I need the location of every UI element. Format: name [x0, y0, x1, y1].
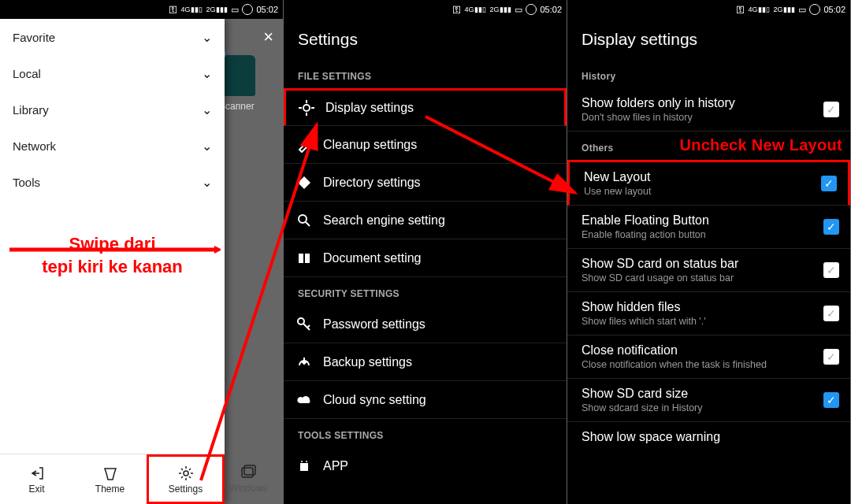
item-label: Display settings: [325, 101, 552, 115]
chevron-down-icon: ⌄: [202, 66, 212, 81]
row-subtitle: Don't show files in history: [582, 112, 816, 123]
row-title: Show SD card size: [582, 387, 816, 401]
clock: 05:02: [256, 5, 278, 14]
checkbox[interactable]: ✓: [823, 219, 839, 235]
key-icon: [296, 317, 312, 332]
wifi-icon: ⚿: [169, 5, 177, 14]
bottom-label: Windows: [229, 483, 268, 494]
windows-icon: [240, 464, 257, 481]
checkbox[interactable]: ✓: [823, 392, 839, 408]
drawer-item-label: Library: [13, 103, 49, 117]
search-engine-item[interactable]: Search engine setting: [284, 202, 567, 239]
drawer-item-label: Favorite: [13, 31, 55, 44]
bottom-label: Settings: [169, 484, 203, 495]
drawer-bottom-bar: Exit Theme Settings: [0, 454, 225, 504]
cleanup-settings-item[interactable]: Cleanup settings: [284, 126, 567, 164]
search-icon: [296, 213, 312, 228]
checkbox[interactable]: ✓: [821, 176, 837, 191]
document-setting-item[interactable]: Document setting: [284, 239, 567, 277]
new-layout-row[interactable]: New Layout Use new layout ✓: [567, 160, 850, 206]
drawer-item-network[interactable]: Network ⌄: [0, 128, 225, 164]
history-folders-row[interactable]: Show folders only in history Don't show …: [567, 88, 850, 132]
svg-point-7: [298, 318, 304, 324]
drawer-item-label: Tools: [13, 176, 40, 189]
close-notification-row[interactable]: Close notification Close notification wh…: [567, 335, 850, 379]
svg-rect-8: [300, 463, 308, 471]
item-label: Cloud sync setting: [323, 393, 554, 407]
low-space-row[interactable]: Show low space warning: [567, 422, 850, 452]
gear-icon: [299, 100, 314, 116]
swipe-annotation-text: Swipe dari tepi kiri ke kanan: [8, 233, 217, 278]
svg-point-2: [184, 471, 188, 476]
cloud-sync-item[interactable]: Cloud sync setting: [284, 381, 567, 419]
hidden-files-row[interactable]: Show hidden files Show files which start…: [567, 292, 850, 335]
exit-button[interactable]: Exit: [0, 454, 73, 504]
backup-icon: [296, 354, 312, 370]
display-settings-item[interactable]: Display settings: [284, 88, 567, 126]
drawer-item-label: Local: [13, 67, 41, 80]
row-title: Show hidden files: [582, 300, 816, 314]
chevron-down-icon: ⌄: [202, 175, 212, 190]
section-header: Others Uncheck New Layout: [567, 132, 850, 160]
row-subtitle: Show sdcard size in History: [582, 402, 816, 413]
checkbox[interactable]: ✓: [823, 306, 839, 321]
svg-rect-4: [244, 465, 255, 475]
sd-statusbar-row[interactable]: Show SD card on status bar Show SD card …: [567, 249, 850, 292]
status-bar: ⚿ 4G▮▮▯ 2G▮▮▮ ▭ 05:02: [284, 0, 567, 19]
drawer-item-label: Network: [13, 139, 56, 153]
wifi-icon: ⚿: [452, 5, 461, 14]
directory-icon: [296, 175, 312, 191]
phone-2: ⚿ 4G▮▮▯ 2G▮▮▮ ▭ 05:02 Settings FILE SETT…: [284, 0, 567, 504]
phone-1: ⚿ 4G▮▮▯ 2G▮▮▮ ▭ 05:02 × airdroid AutoInp…: [0, 0, 284, 504]
bottom-label: Exit: [28, 484, 44, 495]
page-title: Display settings: [567, 19, 850, 60]
drawer-item-tools[interactable]: Tools ⌄: [0, 164, 225, 200]
signal-2g: 2G▮▮▮: [206, 6, 228, 13]
item-label: Backup settings: [323, 355, 554, 369]
drawer-item-favorite[interactable]: Favorite ⌄: [0, 19, 225, 55]
windows-button[interactable]: Windows: [225, 454, 272, 504]
floating-button-row[interactable]: Enable Floating Button Enable floating a…: [567, 206, 850, 249]
backup-settings-item[interactable]: Backup settings: [284, 343, 567, 381]
drawer-item-local[interactable]: Local ⌄: [0, 55, 225, 91]
app-item[interactable]: APP: [284, 447, 567, 485]
password-settings-item[interactable]: Password settings: [284, 306, 567, 343]
checkbox[interactable]: ✓: [823, 102, 839, 117]
broom-icon: [296, 137, 312, 153]
section-header: History: [567, 60, 850, 88]
bottom-label: Theme: [95, 484, 124, 495]
theme-icon: [102, 465, 119, 482]
row-title: Enable Floating Button: [582, 213, 816, 228]
sd-size-row[interactable]: Show SD card size Show sdcard size in Hi…: [567, 379, 850, 422]
drawer-item-library[interactable]: Library ⌄: [0, 91, 225, 128]
item-label: Cleanup settings: [323, 138, 554, 152]
svg-point-6: [299, 215, 307, 223]
book-icon: [296, 250, 312, 266]
row-title: Show SD card on status bar: [582, 257, 816, 271]
checkbox[interactable]: ✓: [823, 349, 839, 365]
section-header: SECURITY SETTINGS: [284, 277, 567, 306]
item-label: Search engine setting: [323, 213, 554, 228]
row-title: Show folders only in history: [582, 96, 816, 110]
signal-4g: 4G▮▮▯: [180, 6, 203, 13]
settings-button[interactable]: Settings: [147, 454, 225, 504]
cloud-icon: [296, 392, 312, 408]
row-subtitle: Show files which start with '.': [582, 316, 816, 327]
item-label: Directory settings: [323, 176, 554, 190]
directory-settings-item[interactable]: Directory settings: [284, 164, 567, 202]
android-icon: [296, 458, 312, 474]
svg-point-5: [303, 105, 310, 111]
close-icon[interactable]: ×: [263, 27, 273, 47]
exit-icon: [28, 465, 46, 482]
wifi-icon: ⚿: [736, 5, 745, 14]
uncheck-annotation: Uncheck New Layout: [679, 136, 842, 154]
theme-button[interactable]: Theme: [73, 454, 147, 504]
item-label: Document setting: [323, 251, 554, 265]
chevron-down-icon: ⌄: [202, 30, 212, 45]
svg-rect-3: [242, 468, 253, 477]
gear-icon: [177, 465, 195, 482]
battery-icon: ▭: [231, 5, 239, 15]
navigation-drawer: Favorite ⌄ Local ⌄ Library ⌄ Network ⌄ T…: [0, 19, 225, 504]
checkbox[interactable]: ✓: [823, 262, 839, 278]
page-title: Settings: [284, 19, 567, 60]
